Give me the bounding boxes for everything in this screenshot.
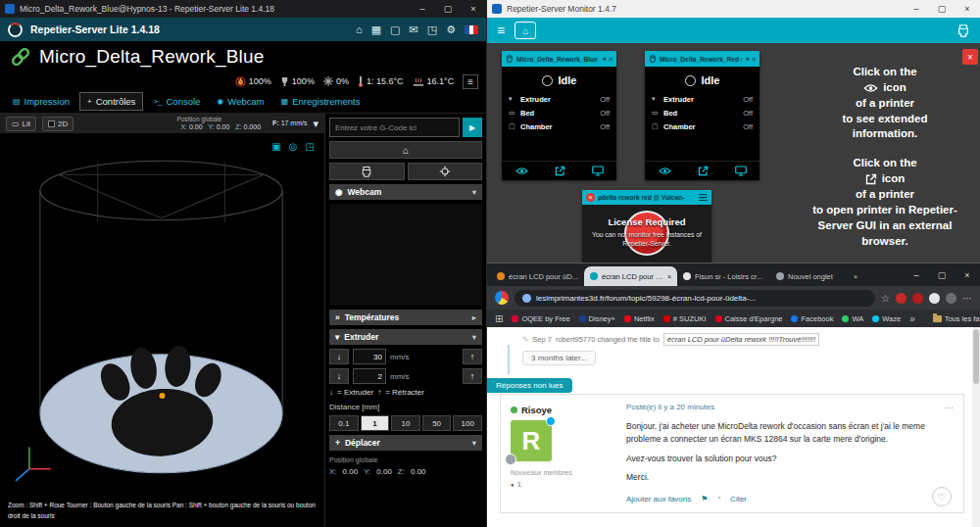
tab-webcam[interactable]: ◉ Webcam [210,93,270,110]
distance-0.1-button[interactable]: 0.1 [329,415,359,431]
bed-temp-status[interactable]: 16.1°C [413,76,455,86]
extrude-button[interactable]: ↓ [329,349,349,364]
home-all-button[interactable]: ⌂ [329,141,482,159]
post-timestamp[interactable]: Posté(e) il y a 20 minutes [626,403,938,416]
tab-controles[interactable]: + Contrôles [79,92,143,111]
author-avatar[interactable]: R [511,420,552,461]
extrude-slow-speed-input[interactable] [353,368,386,384]
browser-menu-icon[interactable]: ⋯ [962,293,972,304]
send-gcode-button[interactable]: ▶ [463,118,482,137]
bookmark-item[interactable]: WA [842,314,863,323]
scrollbar[interactable] [972,327,980,527]
bookmark-flag-icon[interactable]: ⚑ [701,495,708,503]
minimize-button[interactable]: – [904,264,929,286]
url-field[interactable]: lesimprimantes3d.fr/forum/topic/59298-éc… [514,290,875,307]
license-required-card[interactable]: × µdelta rework red @ Vulcan- ≡ License … [582,190,711,264]
window-titlebar[interactable]: Repetier-Server Monitor 1.4.7 – ▢ × [487,0,980,18]
mail-icon[interactable]: ✉ [410,24,418,35]
browser-tab-3[interactable]: Fisun sr - Loisirs cr... [677,266,770,286]
close-button[interactable]: × [461,0,486,18]
home-button[interactable]: ⌂ [514,22,536,39]
printer-icon[interactable] [956,24,970,37]
flow-status[interactable]: 100% [235,76,271,87]
maximize-button[interactable]: ▢ [929,0,955,18]
printer-card-blue[interactable]: Micro_Delta_Rework_Blue @ ◂ ≡ Idle ▾Extr… [502,51,616,180]
all-favorites-button[interactable]: Tous les favoris [933,314,980,323]
bookmark-item[interactable]: Facebook [791,314,833,323]
2d-toggle[interactable]: 2D [42,117,74,131]
site-icon[interactable] [495,291,509,305]
settings-gear-icon[interactable]: ⚙ [446,24,456,35]
fan-status[interactable]: 0% [323,76,349,86]
post-author[interactable]: Risoye [511,403,626,416]
extrude-slow-button[interactable]: ↓ [329,368,349,384]
printer-card-red[interactable]: Micro_Delta_Rework_Red @ ◂ ≡ Idle ▾Extru… [645,51,760,180]
open-external-icon[interactable] [698,166,709,176]
home-icon[interactable]: ⌂ [356,24,363,35]
layers-view-icon[interactable]: ▣ [271,141,280,152]
fullscreen-icon[interactable]: ◳ [427,24,437,35]
section-temperatures[interactable]: » Températures ▸ [329,310,482,325]
card-menu-icon[interactable]: ≡ [752,56,756,63]
browser-tab-2-active[interactable]: écran LCD pour ûDe... × [584,266,677,286]
maximize-button[interactable]: ▢ [929,264,955,286]
bookmark-item[interactable]: # SUZUKI [663,314,707,323]
add-favorites-link[interactable]: Ajouter aux favoris [626,495,691,503]
open-external-icon[interactable] [555,166,565,176]
dashboard-icon[interactable]: ▦ [371,24,381,35]
profile-avatar[interactable] [946,293,956,304]
extension-icon[interactable] [929,293,940,304]
unread-replies-button[interactable]: Réponses non lues [487,378,572,393]
printer-menu-icon[interactable]: ≡ [463,74,478,89]
bookmark-item[interactable]: Waze [872,314,901,323]
monitor-icon[interactable] [592,166,604,176]
gcode-input[interactable] [329,118,460,137]
tab-close-icon[interactable]: × [667,273,671,280]
distance-50-button[interactable]: 50 [422,415,452,431]
eye-icon[interactable] [659,167,671,175]
speed-status[interactable]: 100% [280,76,315,87]
distance-1-button[interactable]: 1 [361,415,390,431]
retract-fast-button[interactable]: ↑ [463,349,482,364]
bookmark-item[interactable]: Disney+ [579,314,615,323]
section-webcam[interactable]: ◉ Webcam ▾ [329,184,482,200]
hamburger-menu-icon[interactable]: ≡ [497,23,505,38]
close-button[interactable]: × [955,0,980,18]
tab-console[interactable]: >_ Console [146,93,207,110]
like-button[interactable]: ♡ [932,487,952,506]
maximize-button[interactable]: ▢ [435,0,461,18]
distance-10-button[interactable]: 10 [391,415,420,431]
scrollbar-thumb[interactable] [973,329,979,384]
monitor-icon[interactable] [735,166,747,176]
collapse-icon[interactable]: ◂ [602,55,606,63]
panel-close-button[interactable]: × [962,49,978,65]
bookmark-item[interactable]: OQEE by Free [512,314,569,323]
motors-off-button[interactable] [408,163,483,180]
3d-viewport[interactable]: ▣ ◎ ◳ [0,133,324,497]
window-titlebar[interactable]: Micro_Delta_Rework_Blue@Hypnos-13 - Repe… [0,0,486,18]
collapse-icon[interactable]: ◂ [745,55,749,63]
extrude-speed-input[interactable] [353,349,386,364]
bookmark-item[interactable]: Netflix [624,314,655,323]
bookmark-item[interactable]: Caisse d'Epargne [715,314,783,323]
extension-icon[interactable] [896,293,906,304]
distance-100-button[interactable]: 100 [453,415,482,431]
fit-view-icon[interactable]: ◳ [306,141,315,152]
favorites-star-icon[interactable]: ☆ [881,293,890,304]
printer-off-button[interactable] [329,163,405,180]
card-menu-icon[interactable]: ≡ [699,189,708,207]
card-menu-icon[interactable]: ≡ [609,56,612,63]
bed-select-button[interactable]: ▭ Lit [6,117,36,131]
section-extruder[interactable]: ▾ Extruder ▾ [329,329,482,345]
minimize-button[interactable]: – [904,0,929,18]
apps-grid-icon[interactable]: ⊞ [495,313,503,324]
chevron-down-icon[interactable]: ▾ [313,119,318,129]
eye-icon[interactable] [515,167,528,175]
tab-impression[interactable]: ▤ Impression [6,93,76,110]
tab-close-icon[interactable]: × [854,273,858,280]
retract-slow-button[interactable]: ↑ [463,368,482,384]
monitor-icon[interactable]: ▢ [390,24,400,35]
extruder-temp-status[interactable]: 1: 15.6°C [358,75,404,87]
center-view-icon[interactable]: ◎ [289,141,298,152]
post-options-icon[interactable]: ⋯ [938,403,954,416]
